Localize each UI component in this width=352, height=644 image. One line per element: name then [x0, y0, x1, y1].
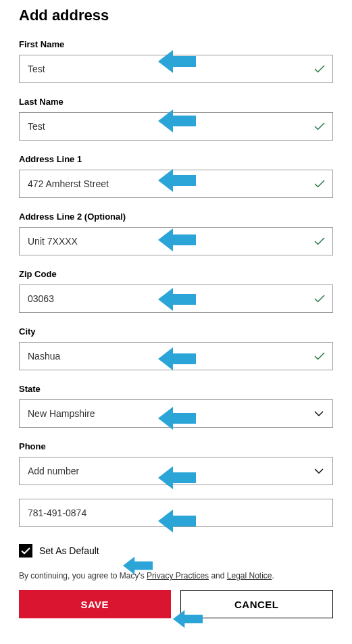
button-row: SAVE CANCEL: [19, 590, 333, 618]
address1-label: Address Line 1: [19, 154, 333, 164]
form-group-first-name: First Name: [19, 39, 333, 83]
state-select[interactable]: [19, 399, 333, 428]
form-group-address1: Address Line 1: [19, 154, 333, 198]
set-default-checkbox[interactable]: [19, 544, 32, 558]
form-group-last-name: Last Name: [19, 97, 333, 141]
last-name-label: Last Name: [19, 97, 333, 107]
form-group-phone: Phone: [19, 441, 333, 485]
legal-mid: and: [209, 571, 227, 580]
phone-label: Phone: [19, 441, 333, 451]
state-label: State: [19, 384, 333, 394]
first-name-label: First Name: [19, 39, 333, 49]
form-group-address2: Address Line 2 (Optional): [19, 212, 333, 255]
address1-input[interactable]: [19, 170, 333, 198]
cancel-button[interactable]: CANCEL: [180, 590, 334, 618]
first-name-input[interactable]: [19, 55, 333, 83]
zip-input[interactable]: [19, 284, 333, 313]
save-button[interactable]: SAVE: [19, 590, 171, 618]
set-default-label: Set As Default: [39, 545, 99, 556]
phone-number-input[interactable]: [19, 499, 333, 527]
address2-label: Address Line 2 (Optional): [19, 212, 333, 222]
zip-label: Zip Code: [19, 269, 333, 279]
phone-select[interactable]: [19, 457, 333, 485]
city-label: City: [19, 326, 333, 337]
last-name-input[interactable]: [19, 112, 333, 141]
form-group-state: State: [19, 384, 333, 428]
form-group-zip: Zip Code: [19, 269, 333, 313]
city-input[interactable]: [19, 342, 333, 370]
form-group-city: City: [19, 326, 333, 370]
privacy-practices-link[interactable]: Privacy Practices: [147, 571, 209, 580]
form-group-phone-number: [19, 499, 333, 527]
legal-text: By continuing, you agree to Macy's Priva…: [19, 571, 333, 580]
legal-suffix: .: [272, 571, 274, 580]
dialog-title: Add address: [19, 7, 333, 24]
legal-prefix: By continuing, you agree to Macy's: [19, 571, 147, 580]
set-default-row: Set As Default: [19, 544, 333, 558]
address2-input[interactable]: [19, 227, 333, 255]
legal-notice-link[interactable]: Legal Notice: [227, 571, 272, 580]
